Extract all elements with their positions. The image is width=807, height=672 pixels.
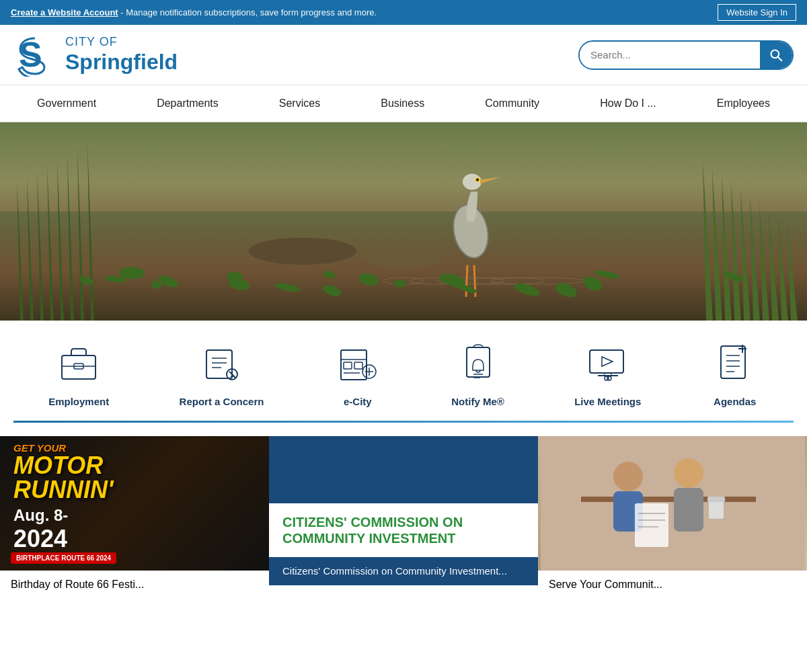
svg-rect-39 — [581, 497, 756, 502]
nav-list: Government Departments Services Business… — [0, 85, 807, 122]
card-community[interactable]: Serve Your Communit... — [538, 436, 807, 599]
logo-area[interactable]: S CITY OF Springfield — [13, 33, 178, 77]
card3-caption: Serve Your Communit... — [538, 571, 807, 599]
svg-marker-26 — [602, 357, 613, 366]
search-area — [578, 40, 794, 70]
main-nav: Government Departments Services Business… — [0, 85, 807, 122]
nav-item-business: Business — [374, 85, 431, 122]
card-commission[interactable]: CITIZENS' COMMISSION ON COMMUNITY INVEST… — [269, 436, 538, 599]
card3-image-placeholder — [541, 436, 805, 571]
nav-link-departments[interactable]: Departments — [150, 85, 225, 122]
card1-background: GET YOUR MOTORRUNNIN' Aug. 8- 2024 Downt… — [0, 436, 269, 571]
card2-title-area: CITIZENS' COMMISSION ON COMMUNITY INVEST… — [269, 503, 538, 557]
logo-text: CITY OF Springfield — [65, 35, 178, 75]
nav-item-services: Services — [272, 85, 327, 122]
nav-link-business[interactable]: Business — [374, 85, 431, 122]
svg-rect-17 — [354, 362, 362, 369]
svg-rect-49 — [707, 497, 725, 502]
nav-item-community: Community — [478, 85, 546, 122]
svg-text:S: S — [19, 35, 42, 74]
quick-link-ecity[interactable]: e-City — [334, 341, 381, 407]
svg-rect-4 — [62, 355, 95, 379]
svg-point-40 — [613, 462, 643, 491]
event-date: Aug. 8- — [13, 506, 68, 525]
event-year: 2024 — [13, 525, 67, 553]
agendas-label: Agendas — [714, 396, 756, 407]
sign-in-button[interactable]: Website Sign In — [718, 4, 796, 21]
agendas-icon — [712, 341, 759, 388]
ecity-icon — [334, 341, 381, 388]
briefcase-icon — [55, 341, 102, 388]
search-box — [578, 40, 794, 70]
svg-rect-7 — [206, 350, 232, 378]
card1-caption: Birthday of Route 66 Festi... — [0, 571, 269, 599]
search-input[interactable] — [580, 42, 760, 67]
create-account-desc: - Manage notification subscriptions, sav… — [120, 7, 377, 17]
svg-rect-43 — [674, 488, 703, 532]
nav-item-employees: Employees — [710, 85, 777, 122]
top-bar: Create a Website Account - Manage notifi… — [0, 0, 807, 25]
card2-caption-bar: Citizens' Commission on Community Invest… — [269, 557, 538, 585]
nav-link-employees[interactable]: Employees — [710, 85, 777, 122]
card3-caption-text: Serve Your Communit... — [549, 579, 662, 590]
quick-links-section: Employment Report a Concern — [0, 321, 807, 421]
quick-link-live-meetings[interactable]: Live Meetings — [574, 341, 641, 407]
nav-item-how-do-i: How Do I ... — [593, 85, 663, 122]
ecity-label: e-City — [344, 396, 372, 407]
nav-item-departments: Departments — [150, 85, 225, 122]
nav-item-government: Government — [30, 85, 103, 122]
svg-rect-25 — [590, 350, 623, 373]
motor-runnin-text: MOTORRUNNIN' — [13, 454, 114, 502]
search-icon — [769, 48, 783, 62]
svg-rect-16 — [344, 362, 352, 369]
quick-link-report-concern[interactable]: Report a Concern — [180, 341, 264, 407]
svg-rect-44 — [635, 503, 668, 547]
svg-line-3 — [778, 56, 781, 60]
card-route66[interactable]: GET YOUR MOTORRUNNIN' Aug. 8- 2024 Downt… — [0, 436, 269, 599]
hero-canvas — [0, 122, 807, 321]
notify-icon — [455, 341, 502, 388]
nav-link-community[interactable]: Community — [478, 85, 546, 122]
quick-link-notify-me[interactable]: Notify Me® — [451, 341, 504, 407]
news-cards-row: GET YOUR MOTORRUNNIN' Aug. 8- 2024 Downt… — [0, 436, 807, 599]
city-of-label: CITY OF — [65, 35, 178, 50]
create-account-text: Create a Website Account - Manage notifi… — [11, 7, 377, 17]
route66-badge: BIRTHPLACE ROUTE 66 2024 — [11, 552, 116, 564]
card2-title: CITIZENS' COMMISSION ON COMMUNITY INVEST… — [282, 514, 525, 546]
svg-rect-31 — [721, 346, 745, 378]
create-account-link[interactable]: Create a Website Account — [11, 7, 118, 17]
card1-caption-text: Birthday of Route 66 Festi... — [11, 579, 144, 590]
employment-label: Employment — [48, 396, 109, 407]
svg-rect-48 — [709, 500, 724, 519]
report-concern-label: Report a Concern — [180, 396, 264, 407]
notify-me-label: Notify Me® — [451, 396, 504, 407]
nav-link-government[interactable]: Government — [30, 85, 103, 122]
hero-banner — [0, 122, 807, 321]
springfield-label: Springfield — [65, 49, 178, 75]
card2-header-bg — [269, 436, 538, 503]
live-meetings-icon — [584, 341, 631, 388]
card1-text-overlay: GET YOUR MOTORRUNNIN' Aug. 8- 2024 Downt… — [0, 436, 269, 571]
quick-link-employment[interactable]: Employment — [48, 341, 109, 407]
card3-background — [538, 436, 807, 571]
nav-link-services[interactable]: Services — [272, 85, 327, 122]
section-divider — [13, 421, 794, 423]
search-button[interactable] — [760, 42, 792, 69]
svg-point-30 — [607, 376, 611, 380]
nav-link-how-do-i[interactable]: How Do I ... — [593, 85, 663, 122]
header: S CITY OF Springfield — [0, 25, 807, 85]
svg-rect-38 — [541, 436, 805, 571]
svg-point-42 — [674, 458, 703, 488]
live-meetings-label: Live Meetings — [574, 396, 641, 407]
svg-point-13 — [231, 376, 233, 378]
site-logo-icon: S — [13, 33, 57, 77]
card2-caption-text: Citizens' Commission on Community Invest… — [282, 565, 507, 577]
quick-link-agendas[interactable]: Agendas — [712, 341, 759, 407]
report-icon — [198, 341, 245, 388]
